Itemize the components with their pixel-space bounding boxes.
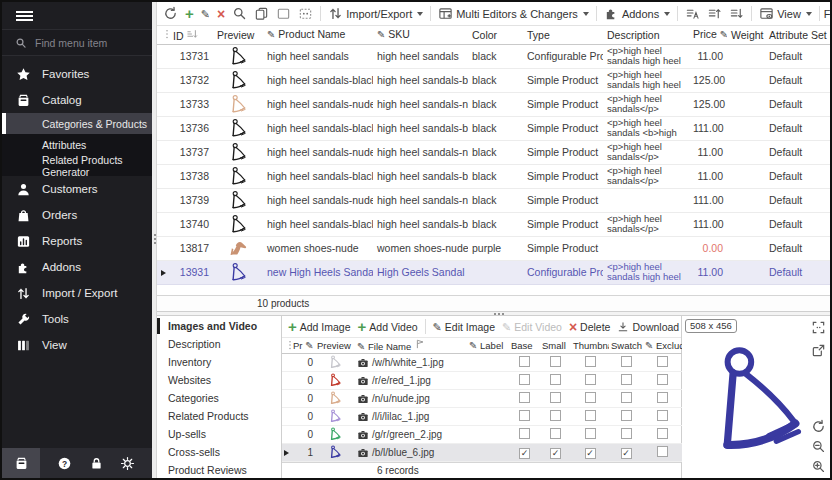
cell-preview[interactable] (315, 372, 355, 390)
cell-label[interactable] (467, 426, 509, 444)
swatch-checkbox[interactable] (621, 356, 632, 367)
cell-exclude[interactable] (643, 426, 682, 444)
expand-rows-button[interactable] (704, 4, 725, 23)
cell-sku[interactable]: high heel sandals-black-37 (373, 164, 468, 188)
exclude-checkbox[interactable] (657, 410, 668, 421)
product-row[interactable]: 13731high heel sandalshigh heel sandalsb… (157, 44, 830, 68)
cell-position[interactable]: 0 (291, 390, 315, 408)
cell-base[interactable] (509, 372, 540, 390)
cell-sku[interactable]: high heel sandals (373, 44, 468, 68)
sidebar-item-favorites[interactable]: Favorites (2, 61, 152, 87)
cell-color[interactable]: black (468, 140, 523, 164)
cell-label[interactable] (467, 372, 509, 390)
cell-preview[interactable] (213, 260, 263, 284)
image-row[interactable]: 0/n/u/nude.jpg (282, 390, 682, 408)
column-header-position[interactable]: Pr ✎ (291, 338, 315, 354)
cell-product-name[interactable]: high heel sandals-black-37 (263, 164, 373, 188)
cell-thumbnail[interactable] (571, 390, 609, 408)
cell-file-name[interactable]: /n/u/nude.jpg (355, 390, 467, 408)
cell-id[interactable]: 13732 (169, 68, 213, 92)
refresh-button[interactable] (160, 4, 181, 23)
cell-attribute-set[interactable]: Default (765, 44, 830, 68)
cell-small[interactable] (540, 408, 571, 426)
cell-sku[interactable]: high heel sandals-black-36 (373, 116, 468, 140)
cell-swatch[interactable] (609, 354, 643, 372)
edit-product-button[interactable]: ✎ (198, 6, 213, 22)
column-header-product-name[interactable]: ✎ Product Name (263, 26, 373, 44)
image-row[interactable]: 1/b/l/blue_6.jpg✓✓✓✓ (282, 444, 682, 462)
cell-swatch[interactable] (609, 426, 643, 444)
cell-price[interactable]: 11.00 (689, 140, 727, 164)
cell-attribute-set[interactable]: Default (765, 140, 830, 164)
cell-type[interactable]: Configurable Product (523, 44, 603, 68)
view-button[interactable]: View (756, 4, 815, 23)
cell-preview[interactable] (213, 44, 263, 68)
column-header-sku[interactable]: ✎ SKU (373, 26, 468, 44)
column-header-preview[interactable]: Preview (315, 338, 355, 354)
cell-position[interactable]: 0 (291, 426, 315, 444)
cell-id[interactable]: 13738 (169, 164, 213, 188)
cell-file-name[interactable]: /r/e/red_1.jpg (355, 372, 467, 390)
tab-websites[interactable]: Websites (157, 371, 281, 389)
cell-color[interactable]: black (468, 68, 523, 92)
cell-price[interactable]: 111.00 (689, 188, 727, 212)
cell-preview[interactable] (213, 92, 263, 116)
column-header-thumbnail[interactable]: Thumbna (571, 338, 609, 354)
cell-preview[interactable] (213, 236, 263, 260)
cell-weight[interactable] (727, 68, 765, 92)
product-row[interactable]: 13732high heel sandals-blackhigh heel sa… (157, 68, 830, 92)
cell-preview[interactable] (315, 390, 355, 408)
sidebar-item-tools[interactable]: Tools (2, 306, 152, 332)
cell-exclude[interactable] (643, 390, 682, 408)
cell-attribute-set[interactable]: Default (765, 92, 830, 116)
cell-preview[interactable] (213, 116, 263, 140)
cell-weight[interactable] (727, 44, 765, 68)
cell-color[interactable]: purple (468, 236, 523, 260)
help-icon[interactable]: ? (57, 456, 72, 471)
cell-type[interactable]: Simple Product (523, 140, 603, 164)
image-row[interactable]: 0/w/h/white_1.jpg (282, 354, 682, 372)
tab-product-reviews[interactable]: Product Reviews (157, 461, 281, 479)
swatch-checkbox[interactable] (621, 428, 632, 439)
swatch-checkbox[interactable] (621, 410, 632, 421)
product-row[interactable]: 13738high heel sandals-black-37high heel… (157, 164, 830, 188)
add-video-button[interactable]: +Add Video (355, 319, 421, 335)
cell-position[interactable]: 0 (291, 372, 315, 390)
cell-thumbnail[interactable] (571, 372, 609, 390)
cell-sku[interactable]: high heel sandals-black (373, 68, 468, 92)
cell-price[interactable]: 125.00 (689, 92, 727, 116)
cell-price[interactable]: 125.00 (689, 68, 727, 92)
sidebar-subitem-categories-products[interactable]: Categories & Products (2, 113, 152, 134)
cell-weight[interactable] (727, 260, 765, 284)
column-header-base[interactable]: Base (509, 338, 540, 354)
cell-exclude[interactable] (643, 354, 682, 372)
cell-attribute-set[interactable]: Default (765, 68, 830, 92)
cell-product-name[interactable]: high heel sandals-black-36 (263, 116, 373, 140)
cell-sku[interactable]: high heel sandals-nude (373, 92, 468, 116)
base-checkbox[interactable] (519, 392, 530, 403)
swatch-checkbox[interactable] (621, 374, 632, 385)
cell-type[interactable]: Simple Product (523, 68, 603, 92)
cell-color[interactable]: black (468, 164, 523, 188)
cell-id[interactable]: 13739 (169, 188, 213, 212)
cell-price[interactable]: 11.00 (689, 260, 727, 284)
image-row[interactable]: 0/r/e/red_1.jpg (282, 372, 682, 390)
select-button[interactable] (273, 4, 294, 23)
cell-sku[interactable]: high heel sandals-black-38 (373, 212, 468, 236)
product-row[interactable]: 13740high heel sandals-black-38high heel… (157, 212, 830, 236)
paste-special-button[interactable] (295, 4, 316, 23)
cell-preview[interactable] (213, 164, 263, 188)
cell-preview[interactable] (315, 354, 355, 372)
cell-price[interactable]: 111.00 (689, 116, 727, 140)
product-row[interactable]: 13817women shoes-nudewomen shoes-nude-2p… (157, 236, 830, 260)
exclude-checkbox[interactable] (657, 428, 668, 439)
cell-thumbnail[interactable] (571, 354, 609, 372)
cell-description[interactable]: <p>high heel sandals high heel sandals</… (603, 44, 689, 68)
cell-type[interactable]: Simple Product (523, 116, 603, 140)
cell-product-name[interactable]: high heel sandals-nude (263, 92, 373, 116)
cell-product-name[interactable]: high heel sandals-black (263, 68, 373, 92)
small-checkbox[interactable] (550, 374, 561, 385)
cell-base[interactable] (509, 390, 540, 408)
cell-preview[interactable] (213, 212, 263, 236)
cell-preview[interactable] (315, 444, 355, 462)
